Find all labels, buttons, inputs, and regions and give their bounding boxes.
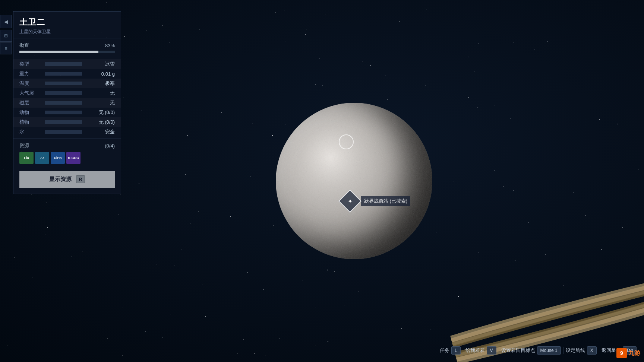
survey-percent: 83% bbox=[105, 43, 115, 48]
stat-bar bbox=[45, 72, 82, 76]
stat-label: 动物 bbox=[19, 109, 42, 116]
stat-row: 类型 冰雪 bbox=[13, 59, 121, 69]
resource-chip: Flo bbox=[19, 152, 34, 164]
info-panel: 土卫二 土星的天体卫星 勘查 83% 类型 冰雪 重力 0.01 g 温度 极寒… bbox=[13, 11, 121, 194]
stat-bar bbox=[45, 91, 82, 95]
toolbar-item: 设定航线 X bbox=[566, 346, 597, 355]
side-nav-map[interactable]: ⊞ bbox=[0, 30, 12, 42]
stat-label: 温度 bbox=[19, 80, 42, 87]
stat-value: 冰雪 bbox=[85, 61, 115, 67]
stat-bar bbox=[45, 111, 82, 114]
toolbar-item: 设置着陆目标点 Mouse 1 bbox=[501, 346, 561, 355]
poi-marker[interactable]: ✦ 跃界战前站 (已搜索) bbox=[342, 193, 410, 209]
stat-row: 动物 无 (0/0) bbox=[13, 108, 121, 117]
stat-bar bbox=[45, 82, 82, 85]
toolbar-item-label: 给我着着 bbox=[465, 347, 485, 354]
survey-label: 勘查 bbox=[19, 42, 29, 49]
stat-bar bbox=[45, 120, 82, 124]
planet-body: ✦ 跃界战前站 (已搜索) bbox=[276, 103, 432, 259]
toolbar-item-label: 任务 bbox=[440, 347, 449, 354]
resource-chips: FloArClHnR-COC bbox=[19, 152, 115, 164]
stat-label: 植物 bbox=[19, 119, 42, 126]
stat-label: 磁层 bbox=[19, 99, 42, 106]
target-circle bbox=[339, 134, 354, 149]
display-resources-button[interactable]: 显示资源 R bbox=[19, 171, 115, 188]
stat-row: 大气层 无 bbox=[13, 88, 121, 98]
stat-value: 无 (0/0) bbox=[85, 109, 115, 116]
survey-section: 勘查 83% bbox=[13, 38, 121, 56]
stat-label: 水 bbox=[19, 128, 42, 135]
poi-label-text[interactable]: 跃界战前站 (已搜索) bbox=[361, 196, 410, 206]
stats-section: 类型 冰雪 重力 0.01 g 温度 极寒 大气层 无 磁层 无 动物 无 (0… bbox=[13, 56, 121, 139]
toolbar-item-key[interactable]: X bbox=[587, 346, 597, 355]
resource-chip: R-COC bbox=[66, 152, 80, 164]
stat-label: 重力 bbox=[19, 70, 42, 77]
toolbar-item: 给我着着 V bbox=[465, 346, 496, 355]
stat-bar bbox=[45, 130, 82, 134]
toolbar-item-key[interactable]: L bbox=[451, 346, 461, 355]
panel-header: 土卫二 土星的天体卫星 bbox=[13, 12, 121, 38]
stat-row: 重力 0.01 g bbox=[13, 69, 121, 79]
watermark: 9 九游 bbox=[616, 348, 640, 358]
toolbar-item-key[interactable]: V bbox=[487, 346, 496, 355]
stat-row: 磁层 无 bbox=[13, 98, 121, 108]
toolbar-separator bbox=[599, 347, 599, 354]
panel-subtitle: 土星的天体卫星 bbox=[19, 29, 115, 35]
toolbar-separator bbox=[499, 347, 499, 354]
stat-row: 植物 无 (0/0) bbox=[13, 117, 121, 127]
watermark-icon: 9 bbox=[616, 348, 627, 358]
side-navigation: ⊞ ≡ bbox=[0, 30, 12, 54]
stat-value: 安全 bbox=[85, 128, 115, 135]
poi-diamond-icon: ✦ bbox=[338, 189, 362, 212]
toolbar-item: 任务 L bbox=[440, 346, 461, 355]
display-btn-key: R bbox=[76, 175, 85, 183]
stat-value: 无 bbox=[85, 90, 115, 96]
survey-bar-fill bbox=[19, 51, 98, 53]
panel-title: 土卫二 bbox=[19, 17, 115, 28]
toolbar-separator bbox=[463, 347, 463, 354]
stat-row: 水 安全 bbox=[13, 127, 121, 137]
survey-bar-background bbox=[19, 51, 115, 53]
stat-label: 类型 bbox=[19, 61, 42, 67]
resources-section: 资源 (0/4) FloArClHnR-COC bbox=[13, 139, 121, 167]
stat-bar bbox=[45, 101, 82, 105]
side-nav-list[interactable]: ≡ bbox=[0, 42, 12, 54]
stat-value: 极寒 bbox=[85, 80, 115, 87]
resources-count: (0/4) bbox=[105, 143, 115, 149]
planet-container: ✦ 跃界战前站 (已搜索) bbox=[276, 103, 432, 259]
stat-label: 大气层 bbox=[19, 90, 42, 96]
sidebar-toggle-button[interactable]: ◀ bbox=[0, 15, 12, 28]
display-btn-label: 显示资源 bbox=[49, 176, 72, 183]
stat-row: 温度 极寒 bbox=[13, 79, 121, 88]
toolbar-item-key[interactable]: Mouse 1 bbox=[537, 346, 561, 355]
watermark-text: 九游 bbox=[628, 349, 640, 357]
stat-value: 无 bbox=[85, 99, 115, 106]
display-btn-section: 显示资源 R bbox=[13, 167, 121, 189]
stat-bar bbox=[45, 62, 82, 66]
toolbar-item-label: 设定航线 bbox=[566, 347, 585, 354]
resource-chip: Ar bbox=[35, 152, 49, 164]
toolbar-separator bbox=[563, 347, 564, 354]
toolbar-item-label: 设置着陆目标点 bbox=[501, 347, 535, 354]
stat-value: 0.01 g bbox=[85, 71, 115, 77]
stat-value: 无 (0/0) bbox=[85, 119, 115, 126]
resources-title: 资源 bbox=[19, 142, 29, 149]
resource-chip: ClHn bbox=[51, 152, 65, 164]
bottom-toolbar: 任务 L 给我着着 V 设置着陆目标点 Mouse 1 设定航线 X 返回星界 … bbox=[440, 346, 637, 355]
